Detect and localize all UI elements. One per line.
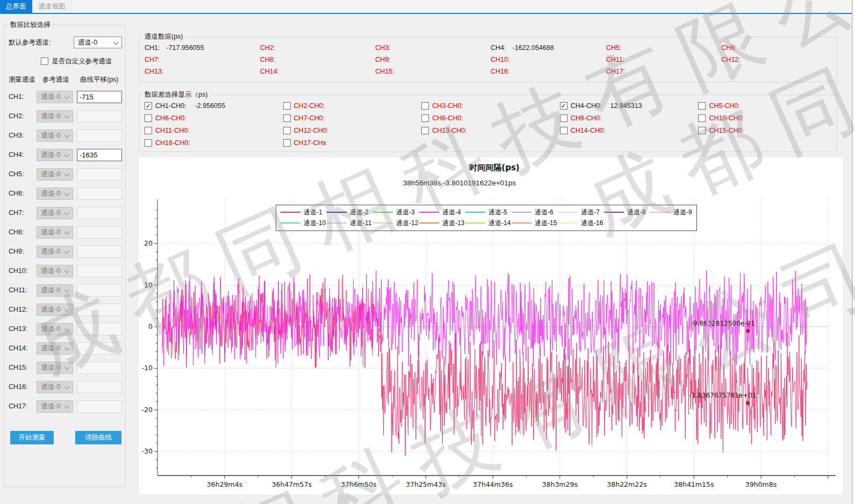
- curve-offset-input[interactable]: [77, 265, 122, 277]
- svg-text:36h29m4s: 36h29m4s: [207, 480, 242, 488]
- diff-item: CH12-CH0:: [283, 126, 422, 135]
- ref-channel-value: 通道-0: [41, 112, 60, 121]
- diff-checkbox[interactable]: ✓: [560, 102, 567, 110]
- curve-offset-input[interactable]: [77, 323, 122, 335]
- ref-channel-select[interactable]: 通道-0: [37, 226, 73, 239]
- channel-data-item: CH2:: [260, 44, 376, 52]
- chevron-down-icon: [64, 268, 70, 273]
- ref-channel-select[interactable]: 通道-0: [37, 323, 73, 335]
- svg-text:-20: -20: [142, 406, 153, 414]
- ref-channel-select[interactable]: 通道-0: [37, 188, 73, 200]
- legend-label: 通道-8: [627, 208, 646, 217]
- diff-label: CH17-CHx: [294, 139, 326, 147]
- ref-channel-select[interactable]: 通道-0: [37, 381, 73, 393]
- channel-data-item: CH9:: [375, 56, 491, 63]
- diff-checkbox[interactable]: [560, 127, 567, 134]
- svg-text:39h0m8s: 39h0m8s: [745, 480, 777, 488]
- channel-label: CH2:: [9, 112, 37, 120]
- curve-offset-input[interactable]: [77, 284, 122, 297]
- diff-checkbox[interactable]: [145, 114, 152, 122]
- legend-swatch: [558, 222, 578, 224]
- channel-label: CH5:: [9, 170, 37, 178]
- ref-channel-value: 通道-0: [41, 228, 60, 237]
- curve-offset-input[interactable]: [77, 91, 122, 103]
- channel-row: CH9:通道-0: [9, 245, 122, 258]
- channel-row: CH11:通道-0: [9, 284, 122, 297]
- ref-channel-value: 通道-0: [41, 363, 60, 372]
- curve-offset-input[interactable]: [77, 110, 122, 123]
- ref-channel-select[interactable]: 通道-0: [37, 284, 73, 297]
- ref-channel-select[interactable]: 通道-0: [37, 149, 73, 161]
- ref-channel-value: 通道-0: [41, 267, 60, 276]
- ref-channel-select[interactable]: 通道-0: [37, 91, 73, 103]
- channel-data-value: -717.956055: [166, 44, 204, 52]
- custom-ref-checkbox[interactable]: [41, 57, 48, 65]
- ref-channel-value: 通道-0: [41, 286, 60, 295]
- channel-label: CH13:: [9, 325, 37, 333]
- tab-channel-view[interactable]: 通道视图: [33, 0, 72, 13]
- time-interval-chart: 时间间隔(ps) 38h56m38s -3.8010191622e+01ps 通…: [139, 157, 843, 494]
- ref-channel-select[interactable]: 通道-0: [37, 246, 73, 258]
- channel-row: CH14:通道-0: [9, 342, 122, 355]
- ref-channel-select[interactable]: 通道-0: [37, 304, 73, 316]
- channel-data-label: CH13:: [145, 68, 163, 75]
- diff-checkbox[interactable]: [698, 102, 706, 110]
- legend-entry: 通道-8: [604, 207, 650, 218]
- svg-text:38h22m22s: 38h22m22s: [607, 480, 646, 488]
- legend-swatch: [281, 212, 300, 213]
- diff-checkbox[interactable]: [560, 114, 567, 122]
- diff-checkbox[interactable]: [283, 102, 291, 110]
- curve-offset-input[interactable]: [77, 246, 122, 258]
- default-ref-select[interactable]: 通道-0: [74, 37, 122, 48]
- ref-channel-select[interactable]: 通道-0: [37, 362, 73, 374]
- diff-item: CH9-CH0:: [560, 114, 699, 123]
- ref-channel-select[interactable]: 通道-0: [37, 207, 73, 219]
- diff-checkbox[interactable]: [283, 114, 291, 122]
- diff-label: CH4-CH0:: [571, 102, 602, 110]
- curve-offset-input[interactable]: [77, 362, 122, 374]
- curve-offset-input[interactable]: [77, 381, 122, 393]
- channel-data-item: CH15:: [375, 68, 491, 75]
- curve-offset-input[interactable]: [77, 207, 122, 219]
- diff-checkbox[interactable]: [698, 127, 706, 134]
- chevron-down-icon: [113, 40, 119, 45]
- ref-channel-select[interactable]: 通道-0: [37, 400, 73, 413]
- ref-channel-select[interactable]: 通道-0: [37, 168, 73, 181]
- diff-checkbox[interactable]: ✓: [145, 102, 152, 110]
- diff-checkbox[interactable]: [698, 114, 706, 122]
- curve-offset-input[interactable]: [77, 129, 122, 142]
- curve-offset-input[interactable]: [77, 149, 122, 161]
- curve-offset-input[interactable]: [77, 342, 122, 355]
- diff-checkbox[interactable]: [145, 139, 152, 147]
- channel-label: CH16:: [9, 383, 37, 391]
- legend-label: 通道-9: [673, 208, 692, 217]
- ref-channel-select[interactable]: 通道-0: [37, 129, 73, 142]
- diff-checkbox[interactable]: [145, 127, 152, 134]
- diff-item: CH15-CH0:: [698, 126, 837, 135]
- curve-offset-input[interactable]: [77, 168, 122, 181]
- clear-curve-button[interactable]: 清除曲线: [75, 431, 121, 444]
- diff-checkbox[interactable]: [421, 127, 429, 134]
- curve-offset-input[interactable]: [77, 226, 122, 239]
- diff-checkbox[interactable]: [283, 127, 291, 134]
- ref-channel-select[interactable]: 通道-0: [37, 110, 73, 123]
- ref-channel-select[interactable]: 通道-0: [37, 265, 73, 277]
- channel-data-item: CH8:: [260, 56, 376, 63]
- ref-channel-select[interactable]: 通道-0: [37, 342, 73, 355]
- start-measure-button[interactable]: 开始测量: [10, 431, 54, 444]
- diff-label: CH9-CH0:: [571, 114, 602, 122]
- tab-main-interface[interactable]: 总界面: [0, 0, 33, 13]
- diff-label: CH7-CH0:: [294, 114, 325, 122]
- diff-checkbox[interactable]: [421, 114, 429, 122]
- svg-text:-9.8632812500e-01: -9.8632812500e-01: [691, 320, 755, 327]
- curve-offset-input[interactable]: [77, 400, 122, 413]
- diff-checkbox[interactable]: [283, 139, 291, 147]
- channel-row: CH15:通道-0: [9, 361, 122, 374]
- curve-offset-input[interactable]: [77, 188, 122, 200]
- channel-data-item: CH16:: [491, 68, 606, 75]
- diff-checkbox[interactable]: [421, 102, 429, 110]
- legend-entry: 通道-1: [281, 207, 327, 218]
- ref-channel-value: 通道-0: [41, 247, 60, 256]
- curve-offset-input[interactable]: [77, 304, 122, 316]
- svg-text:-1.8367675781e+01: -1.8367675781e+01: [689, 392, 757, 399]
